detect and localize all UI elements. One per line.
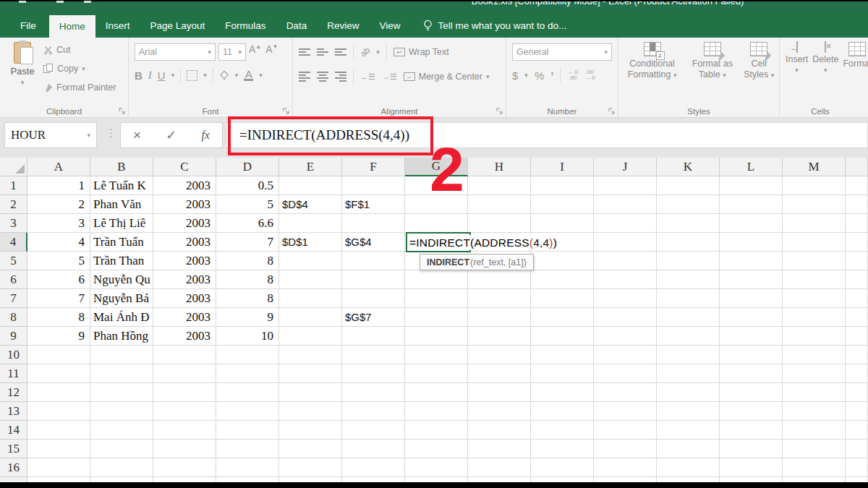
cell-E12[interactable] bbox=[279, 383, 342, 402]
cell-F15[interactable] bbox=[342, 440, 405, 458]
cell-partial[interactable] bbox=[846, 270, 868, 289]
cell-A2[interactable]: 2 bbox=[27, 195, 90, 214]
cell-K15[interactable] bbox=[657, 440, 720, 458]
align-right-button[interactable] bbox=[335, 72, 346, 82]
cell-M13[interactable] bbox=[783, 402, 846, 421]
cell-F3[interactable] bbox=[342, 214, 405, 233]
cell-K7[interactable] bbox=[657, 289, 720, 308]
cell-J9[interactable] bbox=[594, 327, 657, 346]
cell-H13[interactable] bbox=[468, 402, 531, 421]
bold-button[interactable]: B bbox=[135, 69, 142, 82]
cell-H1[interactable] bbox=[468, 176, 531, 195]
cell-F1[interactable] bbox=[342, 176, 405, 195]
cell-E4[interactable]: $D$1 bbox=[279, 233, 342, 252]
format-painter-button[interactable]: Format Painter bbox=[43, 82, 116, 93]
cell-E13[interactable] bbox=[279, 402, 342, 421]
cell-C11[interactable] bbox=[153, 364, 216, 383]
cell-E1[interactable] bbox=[279, 176, 342, 195]
cell-F6[interactable] bbox=[342, 270, 405, 289]
cell-C2[interactable]: 2003 bbox=[153, 195, 216, 214]
cut-button[interactable]: Cut bbox=[43, 45, 70, 55]
cell-D12[interactable] bbox=[216, 383, 279, 402]
cell-H7[interactable] bbox=[468, 289, 531, 308]
tab-data[interactable]: Data bbox=[276, 13, 318, 38]
cell-K1[interactable] bbox=[657, 176, 720, 195]
cell-F11[interactable] bbox=[342, 364, 405, 383]
cell-F13[interactable] bbox=[342, 402, 405, 421]
cell-J16[interactable] bbox=[594, 458, 657, 477]
cell-E14[interactable] bbox=[279, 421, 342, 440]
cell-J10[interactable] bbox=[594, 346, 657, 364]
cell-L3[interactable] bbox=[720, 214, 783, 233]
cell-E16[interactable] bbox=[279, 458, 342, 477]
cell-K13[interactable] bbox=[657, 402, 720, 421]
cell-J7[interactable] bbox=[594, 289, 657, 308]
row-header-1[interactable]: 1 bbox=[0, 176, 27, 195]
cell-C9[interactable]: 2003 bbox=[153, 327, 216, 346]
cell-K2[interactable] bbox=[657, 195, 720, 214]
cell-B11[interactable] bbox=[90, 364, 153, 383]
row-header-3[interactable]: 3 bbox=[0, 214, 27, 233]
cell-H12[interactable] bbox=[468, 383, 531, 402]
cell-J4[interactable] bbox=[594, 233, 657, 252]
cell-E7[interactable] bbox=[279, 289, 342, 308]
tab-review[interactable]: Review bbox=[317, 13, 369, 38]
align-top-button[interactable] bbox=[299, 48, 310, 56]
cell-B1[interactable]: Lê Tuấn K bbox=[90, 176, 153, 195]
cell-E5[interactable] bbox=[279, 252, 342, 270]
align-center-button[interactable] bbox=[317, 72, 328, 82]
cell-B12[interactable] bbox=[90, 383, 153, 402]
cell-D11[interactable] bbox=[216, 364, 279, 383]
cell-H6[interactable] bbox=[468, 270, 531, 289]
cell-I13[interactable] bbox=[531, 402, 594, 421]
cell-partial[interactable] bbox=[846, 233, 868, 252]
row-header-15[interactable]: 15 bbox=[0, 440, 27, 458]
cell-I14[interactable] bbox=[531, 421, 594, 440]
cell-G14[interactable] bbox=[405, 421, 468, 440]
font-color-button[interactable]: A bbox=[244, 69, 253, 81]
cell-F2[interactable]: $F$1 bbox=[342, 195, 405, 214]
select-all-button[interactable] bbox=[0, 158, 27, 176]
cell-H10[interactable] bbox=[468, 346, 531, 364]
cell-K3[interactable] bbox=[657, 214, 720, 233]
decrease-decimal-button[interactable]: .00→.0 bbox=[584, 69, 595, 81]
cell-E9[interactable] bbox=[279, 327, 342, 346]
cell-K9[interactable] bbox=[657, 327, 720, 346]
cell-G3[interactable] bbox=[405, 214, 468, 233]
cell-M10[interactable] bbox=[783, 346, 846, 364]
cell-C13[interactable] bbox=[153, 402, 216, 421]
cell-partial[interactable] bbox=[846, 176, 868, 195]
italic-button[interactable]: I bbox=[148, 69, 152, 82]
borders-icon[interactable] bbox=[187, 70, 197, 81]
merge-center-button[interactable]: ↔ Merge & Center ▾ bbox=[404, 72, 490, 82]
cell-J6[interactable] bbox=[594, 270, 657, 289]
copy-button[interactable]: Copy ▾ bbox=[43, 64, 85, 74]
row-header-14[interactable]: 14 bbox=[0, 421, 27, 440]
column-header-D[interactable]: D bbox=[216, 158, 279, 176]
cell-L14[interactable] bbox=[720, 421, 783, 440]
cell-K16[interactable] bbox=[657, 458, 720, 477]
cell-H14[interactable] bbox=[468, 421, 531, 440]
cell-A16[interactable] bbox=[27, 458, 90, 477]
cell-A11[interactable] bbox=[27, 364, 90, 383]
cell-C3[interactable]: 2003 bbox=[153, 214, 216, 233]
cell-D4[interactable]: 7 bbox=[216, 233, 279, 252]
cell-G16[interactable] bbox=[405, 458, 468, 477]
cell-I11[interactable] bbox=[531, 364, 594, 383]
cell-M5[interactable] bbox=[783, 252, 846, 270]
cell-F4[interactable]: $G$4 bbox=[342, 233, 405, 252]
cell-I8[interactable] bbox=[531, 308, 594, 327]
column-header-I[interactable]: I bbox=[531, 158, 594, 176]
cell-E10[interactable] bbox=[279, 346, 342, 364]
cell-D14[interactable] bbox=[216, 421, 279, 440]
column-header-E[interactable]: E bbox=[279, 158, 342, 176]
cell-C7[interactable]: 2003 bbox=[153, 289, 216, 308]
align-left-button[interactable] bbox=[299, 72, 310, 82]
cell-L4[interactable] bbox=[720, 233, 783, 252]
insert-function-button[interactable]: fx bbox=[201, 129, 210, 142]
row-header-8[interactable]: 8 bbox=[0, 308, 27, 327]
cell-B8[interactable]: Mai Ánh Đ bbox=[90, 308, 153, 327]
cell-F10[interactable] bbox=[342, 346, 405, 364]
insert-cells-button[interactable]: ← Insert ▾ bbox=[786, 42, 808, 117]
cell-D3[interactable]: 6.6 bbox=[216, 214, 279, 233]
